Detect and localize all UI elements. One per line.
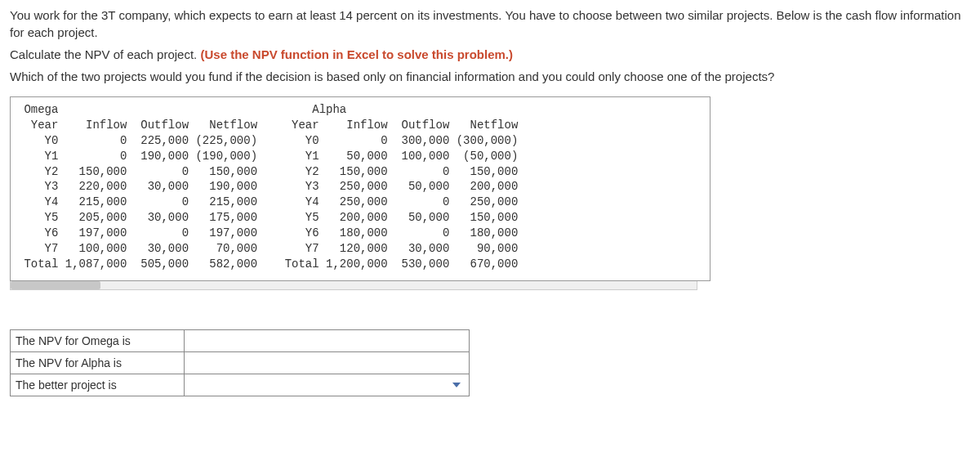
answer-row-omega: The NPV for Omega is bbox=[11, 329, 470, 351]
answer-row-alpha: The NPV for Alpha is bbox=[11, 351, 470, 374]
horizontal-scrollbar-track[interactable] bbox=[10, 281, 697, 290]
answer-label-alpha: The NPV for Alpha is bbox=[11, 351, 185, 374]
intro-paragraph-3: Which of the two projects would you fund… bbox=[10, 68, 970, 85]
cashflow-data-block: Omega Alpha Year Inflow Outflow Netflow … bbox=[10, 96, 710, 281]
answer-label-omega: The NPV for Omega is bbox=[11, 329, 185, 351]
intro-p2-hint: (Use the NPV function in Excel to solve … bbox=[200, 47, 513, 61]
answer-cell-omega bbox=[185, 329, 470, 351]
chevron-down-icon bbox=[452, 383, 461, 387]
answer-cell-alpha bbox=[185, 351, 470, 374]
problem-statement: You work for the 3T company, which expec… bbox=[10, 7, 970, 85]
npv-omega-input[interactable] bbox=[189, 333, 462, 349]
answer-table: The NPV for Omega is The NPV for Alpha i… bbox=[10, 329, 470, 396]
better-project-select[interactable] bbox=[189, 378, 452, 392]
intro-paragraph-2: Calculate the NPV of each project. (Use … bbox=[10, 46, 970, 63]
answer-cell-better bbox=[185, 374, 470, 396]
intro-paragraph-1: You work for the 3T company, which expec… bbox=[10, 7, 970, 41]
horizontal-scrollbar-thumb[interactable] bbox=[11, 281, 100, 289]
npv-alpha-input[interactable] bbox=[189, 355, 462, 371]
answer-label-better: The better project is bbox=[11, 374, 185, 396]
answer-row-better: The better project is bbox=[11, 374, 470, 396]
intro-p2-prefix: Calculate the NPV of each project. bbox=[10, 47, 200, 61]
